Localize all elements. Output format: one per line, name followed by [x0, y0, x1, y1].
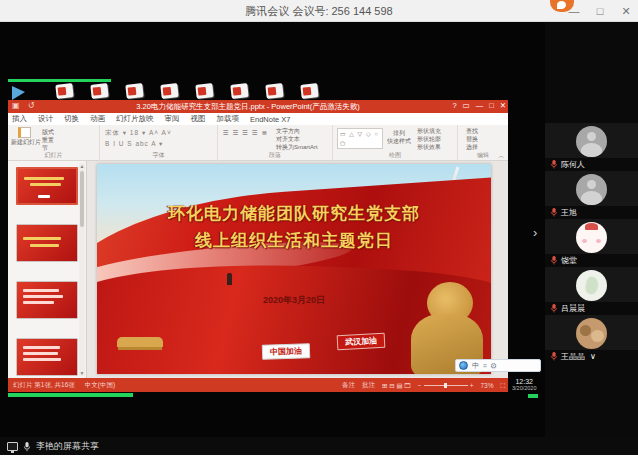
- align-text-button[interactable]: 对齐文本: [276, 135, 318, 143]
- desktop-ppt-file-icon[interactable]: [195, 83, 213, 99]
- clock-date: 3/20/2020: [512, 385, 536, 391]
- slide-thumbnail-3[interactable]: [16, 281, 78, 319]
- clock-time: 12:32: [512, 378, 536, 385]
- chevron-down-icon[interactable]: ∨: [590, 352, 596, 361]
- ribbon-group-font: 宋体 ▾ 18 ▾ A˄ A˅ B I U S abc A ▾ 字体: [100, 125, 218, 161]
- globe-icon[interactable]: [459, 361, 468, 370]
- avatar: [576, 126, 607, 157]
- share-border-bottom: [8, 393, 133, 397]
- ppt-help-button[interactable]: ?: [452, 101, 456, 110]
- ppt-workspace: ▲ ▼: [8, 161, 508, 378]
- language-indicator[interactable]: 中文(中国): [85, 381, 115, 390]
- shapes-gallery[interactable]: ▭ △ ▽ ◇ ○ ⬠ ☆ ⌒ ↔ { } ▹: [337, 128, 383, 149]
- avatar: [576, 270, 607, 301]
- new-slide-icon: [18, 127, 31, 138]
- sidebar-collapse-arrow[interactable]: ›: [533, 225, 537, 240]
- input-method-bar[interactable]: 中 ⌗ ⚙: [455, 359, 541, 372]
- find-button[interactable]: 查找: [466, 127, 478, 135]
- font-style-controls[interactable]: B I U S abc A ▾: [105, 140, 163, 148]
- ppt-status-bar: 幻灯片 第1张, 共16张 中文(中国) 备注 批注 ⊞ ⊟ ▤ 🗖 − + 7…: [8, 378, 508, 392]
- desktop-ppt-file-icon[interactable]: [230, 83, 248, 99]
- zoom-slider[interactable]: − +: [418, 382, 474, 389]
- tab-review[interactable]: 审阅: [165, 114, 180, 124]
- maximize-button[interactable]: □: [592, 3, 608, 19]
- tab-endnote[interactable]: EndNote X7: [250, 115, 290, 124]
- paragraph-align-controls[interactable]: ☰ ☰ ☰ ☰ ≣: [223, 129, 268, 137]
- ppt-maximize-button[interactable]: □: [489, 101, 494, 110]
- participant-tile[interactable]: 饶堂: [545, 219, 638, 266]
- notes-toggle[interactable]: 备注: [342, 381, 355, 390]
- comments-toggle[interactable]: 批注: [362, 381, 375, 390]
- desktop-ppt-file-icon[interactable]: [265, 83, 283, 99]
- minimize-button[interactable]: —: [566, 3, 582, 19]
- ppt-menu-bar: 插入 设计 切换 动画 幻灯片放映 审阅 视图 加载项 EndNote X7: [8, 113, 508, 125]
- zoom-out-button[interactable]: −: [418, 382, 422, 389]
- bottom-strip: [0, 455, 638, 460]
- golden-tiananmen-graphic: [117, 337, 163, 347]
- tab-transitions[interactable]: 切换: [64, 114, 79, 124]
- share-owner-label: 李艳的屏幕共享: [36, 440, 99, 453]
- desktop-ppt-file-icon[interactable]: [300, 83, 318, 99]
- shape-outline-button[interactable]: 形状轮廓: [417, 135, 441, 143]
- shape-fill-button[interactable]: 形状填充: [417, 127, 441, 135]
- arrange-button[interactable]: 排列: [387, 129, 411, 137]
- tab-animations[interactable]: 动画: [90, 114, 105, 124]
- mic-muted-icon: [550, 159, 558, 169]
- ppt-minimize-button[interactable]: —: [476, 101, 484, 110]
- microphone-icon: [23, 441, 31, 452]
- fit-to-window-button[interactable]: ⛶: [500, 382, 505, 390]
- select-button[interactable]: 选择: [466, 143, 478, 151]
- desktop-ppt-file-icon[interactable]: [125, 83, 143, 99]
- slide-thumbnail-panel: ▲ ▼: [8, 161, 87, 378]
- participant-tile[interactable]: 陈何人: [545, 123, 638, 170]
- view-mode-icons[interactable]: ⊞ ⊟ ▤ 🗖: [382, 382, 411, 390]
- new-slide-button[interactable]: 新建幻灯片: [11, 127, 37, 146]
- tab-insert[interactable]: 插入: [12, 114, 27, 124]
- tab-slideshow[interactable]: 幻灯片放映: [116, 114, 154, 124]
- replace-button[interactable]: 替换: [466, 135, 478, 143]
- thumbnail-scrollbar[interactable]: ▲ ▼: [79, 163, 85, 376]
- zoom-in-button[interactable]: +: [470, 382, 474, 389]
- close-button[interactable]: ✕: [618, 3, 634, 19]
- zoom-track[interactable]: [424, 385, 468, 386]
- ppt-quick-access-toolbar[interactable]: ▣ ↺: [12, 101, 37, 110]
- participant-tile[interactable]: 王旭: [545, 171, 638, 218]
- ribbon-group-drawing: ▭ △ ▽ ◇ ○ ⬠ ☆ ⌒ ↔ { } ▹ 排列 快速样式 形状填充 形状轮…: [333, 125, 458, 161]
- participant-tile[interactable]: 王晶晶 ∨: [545, 315, 638, 362]
- desktop-ppt-file-icon[interactable]: [160, 83, 178, 99]
- slide-thumbnail-1[interactable]: [16, 167, 78, 205]
- mic-muted-icon: [550, 255, 558, 265]
- zoom-percentage[interactable]: 73%: [480, 382, 493, 389]
- font-name-size-controls[interactable]: 宋体 ▾ 18 ▾ A˄ A˅: [105, 129, 172, 138]
- participant-name: 饶堂: [561, 255, 577, 266]
- participant-name: 吕晨晨: [561, 303, 585, 314]
- desktop-ppt-file-icon[interactable]: [55, 83, 73, 99]
- zoom-knob[interactable]: [444, 383, 447, 388]
- ppt-ribbon: 新建幻灯片 版式 重置 节 幻灯片 宋体 ▾ 18 ▾ A˄ A˅ B I U …: [8, 125, 508, 161]
- ppt-ribbon-options-button[interactable]: ▭: [463, 101, 470, 110]
- slide-thumbnail-4[interactable]: [16, 338, 78, 376]
- reset-button[interactable]: 重置: [42, 136, 54, 144]
- current-slide: 环化电力储能团队研究生党支部 线上组织生活和主题党日 2020年3月20日 中国…: [97, 164, 491, 374]
- desktop-ppt-file-icon[interactable]: [90, 83, 108, 99]
- layout-button[interactable]: 版式: [42, 128, 54, 136]
- monitor-icon: [7, 442, 18, 451]
- slide-thumbnail-2[interactable]: [16, 224, 78, 262]
- quick-styles-button[interactable]: 快速样式: [387, 137, 411, 145]
- desktop-shortcut-media-icon[interactable]: [12, 86, 25, 100]
- tab-view[interactable]: 视图: [191, 114, 206, 124]
- ppt-window-controls: ? ▭ — □ ✕: [452, 101, 506, 110]
- ime-mode-icons[interactable]: 中 ⌗ ⚙: [472, 361, 498, 371]
- share-border-top: [8, 79, 111, 82]
- tab-design[interactable]: 设计: [38, 114, 53, 124]
- text-direction-button[interactable]: 文字方向: [276, 127, 318, 135]
- tab-addins[interactable]: 加载项: [217, 114, 240, 124]
- ppt-titlebar: ▣ ↺ 3.20电力储能研究生支部主题党日.pptx - PowerPoint(…: [8, 100, 508, 113]
- smartart-button[interactable]: 转换为SmartArt: [276, 143, 318, 151]
- shape-effects-button[interactable]: 形状效果: [417, 143, 441, 151]
- ppt-document-title: 3.20电力储能研究生支部主题党日.pptx - PowerPoint(产品激活…: [48, 102, 448, 112]
- ppt-close-button[interactable]: ✕: [500, 101, 506, 110]
- participant-tile[interactable]: 吕晨晨: [545, 267, 638, 314]
- participant-label: 吕晨晨: [545, 302, 638, 314]
- ribbon-collapse-arrow[interactable]: ︿: [498, 151, 505, 161]
